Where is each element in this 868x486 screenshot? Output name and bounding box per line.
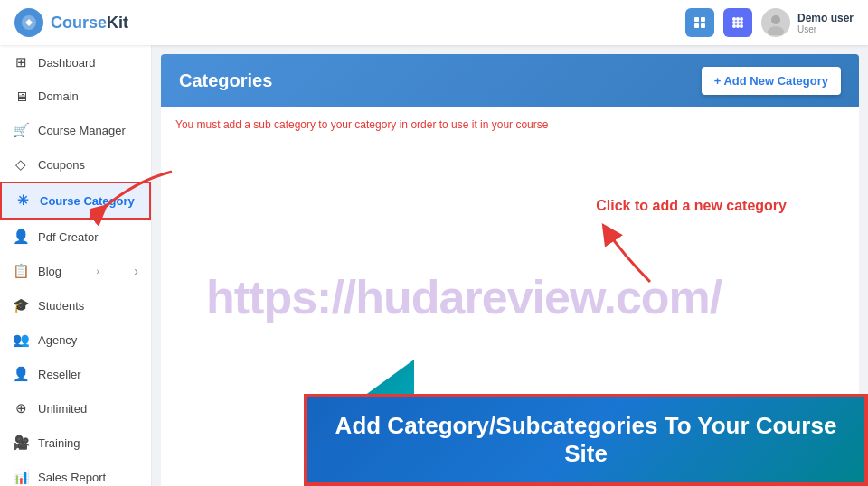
unlimited-icon: ⊕	[13, 400, 29, 416]
pdf-creator-icon: 👤	[13, 229, 29, 245]
svg-point-8	[732, 21, 736, 24]
coupons-icon: ◇	[13, 156, 29, 173]
notification-icon-btn[interactable]	[685, 8, 714, 37]
user-details: Demo user User	[797, 12, 854, 34]
students-label: Students	[38, 299, 84, 313]
svg-point-6	[736, 17, 740, 21]
logo-text: CourseKit	[51, 14, 128, 33]
svg-rect-2	[701, 17, 705, 22]
coupons-label: Coupons	[38, 158, 85, 172]
training-icon: 🎥	[13, 435, 29, 451]
logo-kit: Kit	[107, 14, 128, 32]
blog-label: Blog	[38, 265, 61, 278]
categories-title: Categories	[179, 70, 272, 91]
svg-point-10	[740, 21, 743, 24]
sidebar-item-course-category[interactable]: ✳Course Category	[0, 182, 151, 220]
svg-point-7	[740, 17, 743, 21]
sidebar-item-blog[interactable]: 📋Blog›	[0, 254, 151, 288]
user-info: Demo user User	[761, 8, 854, 37]
sidebar-item-domain[interactable]: 🖥Domain	[0, 79, 151, 113]
blog-arrow-icon: ›	[97, 266, 99, 276]
svg-rect-1	[694, 17, 699, 22]
bottom-banner-text: Add Category/Subcategories To Your Cours…	[326, 412, 846, 468]
agency-label: Agency	[38, 333, 77, 347]
bottom-banner: Add Category/Subcategories To Your Cours…	[304, 394, 868, 486]
unlimited-label: Unlimited	[38, 402, 87, 416]
sidebar-item-reseller[interactable]: 👤Reseller	[0, 357, 151, 391]
reseller-icon: 👤	[13, 366, 29, 382]
add-category-button[interactable]: + Add New Category	[702, 67, 841, 95]
svg-point-14	[771, 15, 780, 24]
sidebar-item-sales-report[interactable]: 📊Sales Report	[0, 460, 151, 486]
arrow-annotation-svg	[596, 219, 668, 291]
blog-icon: 📋	[13, 263, 29, 279]
svg-point-15	[768, 26, 784, 35]
students-icon: 🎓	[13, 297, 29, 313]
domain-label: Domain	[38, 89, 79, 103]
svg-rect-4	[701, 23, 705, 28]
sidebar-item-dashboard[interactable]: ⊞Dashboard	[0, 45, 151, 79]
dashboard-icon: ⊞	[13, 54, 29, 70]
svg-point-13	[740, 24, 743, 28]
sidebar-item-coupons[interactable]: ◇Coupons	[0, 147, 151, 182]
sidebar-item-students[interactable]: 🎓Students	[0, 288, 151, 322]
course-manager-label: Course Manager	[38, 124, 126, 137]
domain-icon: 🖥	[13, 89, 29, 104]
user-name: Demo user	[797, 12, 854, 24]
reseller-label: Reseller	[38, 368, 81, 381]
main-layout: ⊞Dashboard🖥Domain🛒Course Manager◇Coupons…	[0, 45, 868, 486]
grid-icon-btn[interactable]	[723, 8, 752, 37]
sidebar-item-agency[interactable]: 👥Agency	[0, 322, 151, 357]
header: CourseKit	[0, 0, 868, 45]
subcategory-notice: You must add a sub category to your cate…	[175, 118, 844, 131]
avatar	[761, 8, 790, 37]
sidebar-item-course-manager[interactable]: 🛒Course Manager	[0, 113, 151, 147]
course-category-label: Course Category	[40, 194, 135, 208]
svg-rect-3	[694, 23, 699, 28]
user-role: User	[797, 24, 854, 34]
course-category-icon: ✳	[14, 192, 31, 209]
sidebar-item-training[interactable]: 🎥Training	[0, 425, 151, 460]
agency-icon: 👥	[13, 332, 29, 348]
sidebar: ⊞Dashboard🖥Domain🛒Course Manager◇Coupons…	[0, 45, 152, 486]
course-manager-icon: 🛒	[13, 122, 29, 138]
svg-point-12	[736, 24, 740, 28]
dashboard-label: Dashboard	[38, 56, 96, 70]
sales-report-label: Sales Report	[38, 471, 106, 484]
sidebar-item-pdf-creator[interactable]: 👤Pdf Creator	[0, 220, 151, 254]
sales-report-icon: 📊	[13, 469, 29, 485]
header-right: Demo user User	[685, 8, 854, 37]
categories-bar: Categories + Add New Category	[161, 54, 859, 107]
svg-point-11	[732, 24, 736, 28]
content-area: Categories + Add New Category You must a…	[152, 45, 868, 486]
svg-point-5	[732, 17, 736, 21]
watermark: https://hudareview.com/	[206, 270, 722, 324]
logo-area: CourseKit	[14, 8, 128, 37]
pdf-creator-label: Pdf Creator	[38, 230, 98, 244]
svg-point-9	[736, 21, 740, 24]
annotation-text: Click to add a new category	[596, 198, 787, 214]
training-label: Training	[38, 436, 80, 450]
annotation-area: Click to add a new category	[596, 198, 787, 294]
logo-course: Course	[51, 14, 107, 32]
logo-icon	[14, 8, 43, 37]
sidebar-item-unlimited[interactable]: ⊕Unlimited	[0, 391, 151, 425]
